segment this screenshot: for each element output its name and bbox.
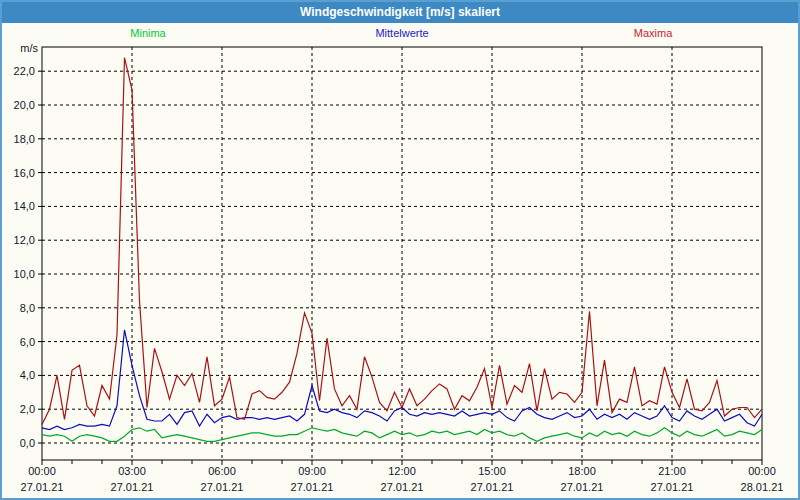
x-tick-date-label: 27.01.21 [561,481,604,493]
y-tick-label: 16,0 [14,167,35,179]
y-tick-label: 2,0 [20,403,35,415]
chart-window: Windgeschwindigkeit [m/s] skaliert Minim… [0,0,800,500]
x-tick-date-label: 27.01.21 [111,481,154,493]
y-tick-label: 0,0 [20,437,35,449]
x-tick-time-label: 09:00 [298,465,326,477]
x-tick-date-label: 28.01.21 [741,481,784,493]
x-tick-date-label: 27.01.21 [201,481,244,493]
y-tick-label: 10,0 [14,268,35,280]
x-tick-time-label: 00:00 [748,465,776,477]
y-tick-label: 22,0 [14,65,35,77]
x-tick-date-label: 27.01.21 [651,481,694,493]
x-tick-time-label: 15:00 [478,465,506,477]
y-tick-label: 14,0 [14,200,35,212]
x-tick-time-label: 00:00 [28,465,56,477]
y-tick-label: 8,0 [20,302,35,314]
wind-speed-chart: 0,02,04,06,08,010,012,014,016,018,020,02… [2,2,800,500]
x-tick-time-label: 03:00 [118,465,146,477]
x-tick-time-label: 12:00 [388,465,416,477]
y-tick-label: 12,0 [14,234,35,246]
x-tick-time-label: 21:00 [658,465,686,477]
y-tick-label: 18,0 [14,133,35,145]
y-tick-label: 6,0 [20,336,35,348]
x-tick-date-label: 27.01.21 [471,481,514,493]
x-tick-date-label: 27.01.21 [291,481,334,493]
x-tick-date-label: 27.01.21 [381,481,424,493]
x-tick-time-label: 06:00 [208,465,236,477]
x-tick-time-label: 18:00 [568,465,596,477]
x-tick-date-label: 27.01.21 [21,481,64,493]
y-tick-label: 4,0 [20,369,35,381]
y-tick-label: 20,0 [14,99,35,111]
